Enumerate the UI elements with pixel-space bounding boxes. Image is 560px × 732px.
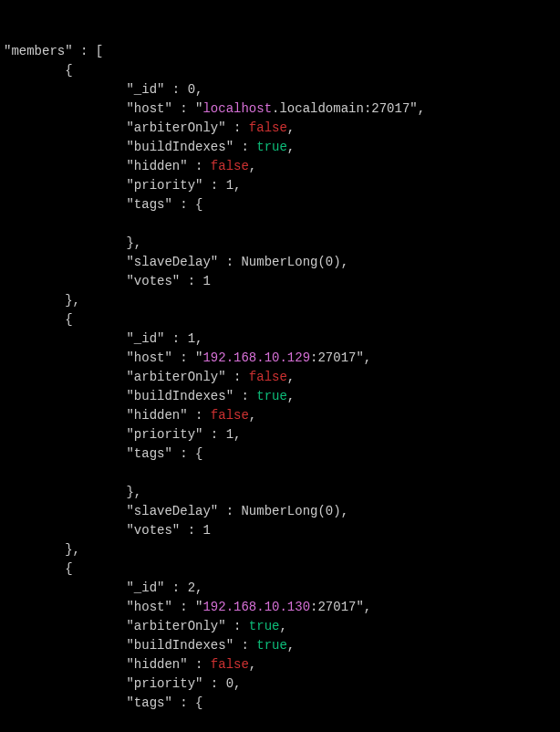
code-block: "members" : [ { "_id" : 0, "host" : "loc…	[4, 42, 556, 732]
